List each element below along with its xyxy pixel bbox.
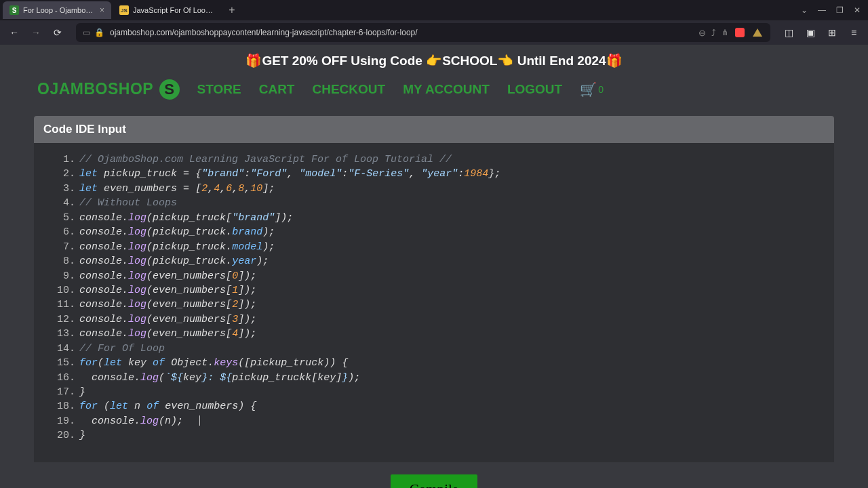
tab-title: JavaScript For Of Loop - Ojamb	[133, 6, 214, 14]
rss-icon[interactable]: ⋔	[722, 28, 728, 37]
banner-text: GET 20% OFF Using Code	[262, 54, 426, 68]
extensions-icon[interactable]: ⊞	[823, 24, 841, 41]
code-line[interactable]: 5.console.log(pickup_truck["brand"]);	[47, 211, 821, 225]
browser-nav-bar: ← → ⟳ ▭ 🔒 ojamboshop.com/ojamboshoppayco…	[0, 20, 868, 45]
code-line[interactable]: 16. console.log(`${key}: ${pickup_truckk…	[47, 371, 821, 385]
code-line[interactable]: 14.// For Of Loop	[47, 342, 821, 356]
nav-link-cart[interactable]: CART	[259, 82, 295, 97]
code-line[interactable]: 17.}	[47, 385, 821, 399]
cart-button[interactable]: 🛒0	[580, 81, 604, 98]
reader-icon[interactable]: ▭	[83, 28, 90, 37]
close-window-icon[interactable]: ✕	[849, 2, 865, 18]
code-line[interactable]: 13.console.log(even_numbers[4]);	[47, 327, 821, 341]
code-line[interactable]: 3.let even_numbers = [2,4,6,8,10];	[47, 182, 821, 196]
code-line[interactable]: 4.// Without Loops	[47, 196, 821, 210]
panel-icon[interactable]: ▣	[802, 24, 819, 41]
page-content: 🎁GET 20% OFF Using Code 👉SCHOOL👈 Until E…	[0, 45, 868, 488]
logo-mark-icon: S	[159, 79, 180, 100]
ide-header: Code IDE Input	[34, 116, 834, 143]
site-logo[interactable]: OJAMBOSHOP S	[37, 79, 180, 100]
code-line[interactable]: 6.console.log(pickup_truck.brand);	[47, 225, 821, 239]
promo-code: SCHOOL	[442, 54, 497, 68]
code-line[interactable]: 20.}	[47, 428, 821, 443]
window-controls: ⌄ — ❐ ✕	[796, 2, 865, 18]
nav-link-checkout[interactable]: CHECKOUT	[312, 82, 385, 97]
nav-link-store[interactable]: STORE	[197, 82, 241, 97]
code-ide-panel: Code IDE Input 1.// OjamboShop.com Learn…	[34, 116, 834, 462]
code-line[interactable]: 19. console.log(n);	[47, 414, 821, 428]
url-text: ojamboshop.com/ojamboshoppaycontent/lear…	[110, 28, 693, 37]
compile-section: Compile	[0, 474, 868, 488]
code-line[interactable]: 9.console.log(even_numbers[0]);	[47, 269, 821, 283]
code-line[interactable]: 12.console.log(even_numbers[3]);	[47, 312, 821, 327]
code-line[interactable]: 18.for (let n of even_numbers) {	[47, 399, 821, 413]
code-line[interactable]: 1.// OjamboShop.com Learning JavaScript …	[47, 152, 821, 167]
new-tab-button[interactable]: +	[222, 1, 241, 19]
nav-link-logout[interactable]: LOGOUT	[507, 82, 562, 97]
share-icon[interactable]: ⤴	[711, 28, 716, 38]
compile-button[interactable]: Compile	[391, 474, 477, 488]
reload-button[interactable]: ⟳	[49, 24, 66, 41]
tab-title: For Loop - OjamboShop	[23, 6, 96, 14]
back-button[interactable]: ←	[5, 24, 23, 41]
minimize-icon[interactable]: —	[814, 2, 830, 18]
code-line[interactable]: 15.for(let key of Object.keys([pickup_tr…	[47, 356, 821, 370]
cart-icon: 🛒	[580, 81, 597, 98]
pointer-right-icon: 👉	[426, 54, 442, 68]
menu-icon[interactable]: ≡	[845, 24, 863, 41]
code-line[interactable]: 8.console.log(pickup_truck.year);	[47, 254, 821, 268]
url-bar[interactable]: ▭ 🔒 ojamboshop.com/ojamboshoppaycontent/…	[76, 23, 770, 42]
zoom-icon[interactable]: ⊖	[698, 28, 706, 38]
browser-tab-active[interactable]: S For Loop - OjamboShop ×	[3, 1, 111, 19]
code-line[interactable]: 10.console.log(even_numbers[1]);	[47, 283, 821, 298]
code-line[interactable]: 11.console.log(even_numbers[2]);	[47, 298, 821, 312]
favicon-icon: JS	[119, 5, 129, 15]
extension-icon[interactable]	[734, 26, 746, 39]
code-editor[interactable]: 1.// OjamboShop.com Learning JavaScript …	[34, 143, 834, 462]
close-icon[interactable]: ×	[100, 5, 104, 15]
gift-icon: 🎁	[606, 54, 623, 68]
promo-banner: 🎁GET 20% OFF Using Code 👉SCHOOL👈 Until E…	[0, 45, 868, 73]
favicon-icon: S	[9, 5, 19, 15]
maximize-icon[interactable]: ❐	[831, 2, 848, 18]
pointer-left-icon: 👈	[497, 54, 513, 68]
nav-link-my-account[interactable]: MY ACCOUNT	[403, 82, 490, 97]
forward-button[interactable]: →	[27, 24, 45, 41]
sidebar-icon[interactable]: ◫	[780, 24, 797, 41]
code-line[interactable]: 7.console.log(pickup_truck.model);	[47, 240, 821, 254]
cart-count: 0	[598, 84, 604, 95]
logo-text: OJAMBOSHOP	[37, 80, 153, 98]
lock-icon[interactable]: 🔒	[94, 28, 104, 37]
banner-text: Until End 2024	[513, 54, 606, 68]
chevron-down-icon[interactable]: ⌄	[796, 2, 812, 18]
site-nav: OJAMBOSHOP S STORE CART CHECKOUT MY ACCO…	[0, 73, 868, 106]
extension-icon[interactable]	[751, 26, 764, 39]
code-line[interactable]: 2.let pickup_truck = {"brand":"Ford", "m…	[47, 167, 821, 181]
browser-tab-inactive[interactable]: JS JavaScript For Of Loop - Ojamb	[113, 1, 221, 19]
browser-tab-bar: S For Loop - OjamboShop × JS JavaScript …	[0, 0, 868, 20]
gift-icon: 🎁	[245, 54, 262, 68]
